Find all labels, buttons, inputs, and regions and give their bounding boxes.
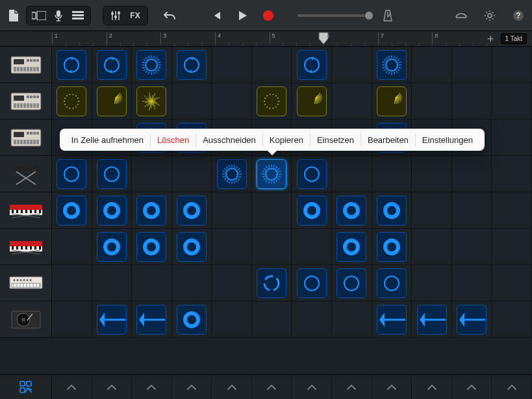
- settings-button[interactable]: [480, 6, 500, 25]
- grid-cell[interactable]: [412, 302, 452, 338]
- grid-cell[interactable]: [492, 265, 532, 302]
- grid-cell[interactable]: [372, 83, 412, 120]
- loop-pad[interactable]: [377, 50, 407, 80]
- grid-cell[interactable]: [372, 192, 412, 229]
- loop-pad[interactable]: [217, 159, 247, 189]
- grid-cell[interactable]: [52, 83, 92, 120]
- grid-cell[interactable]: [92, 47, 133, 83]
- grid-cell[interactable]: [372, 156, 412, 192]
- grid-cell[interactable]: [332, 265, 372, 302]
- grid-cell[interactable]: [52, 302, 92, 338]
- grid-cell[interactable]: [132, 265, 172, 302]
- help-button[interactable]: ?: [509, 6, 528, 25]
- grid-cell[interactable]: [492, 83, 532, 120]
- grid-cell[interactable]: [412, 265, 452, 302]
- grid-cell[interactable]: [92, 192, 133, 229]
- grid-cell[interactable]: [372, 302, 412, 338]
- loop-pad[interactable]: [97, 196, 127, 225]
- context-menu-item[interactable]: Einsetzen: [310, 135, 361, 145]
- loop-pad[interactable]: [377, 268, 407, 298]
- context-menu-item[interactable]: In Zelle aufnehmen: [65, 135, 150, 145]
- column-trigger[interactable]: [492, 375, 532, 399]
- go-to-start-button[interactable]: [209, 6, 223, 25]
- loop-pad[interactable]: [297, 86, 327, 116]
- metronome-button[interactable]: [381, 6, 395, 25]
- column-trigger[interactable]: [412, 375, 452, 399]
- grid-cell[interactable]: [212, 192, 252, 229]
- grid-cell[interactable]: [372, 265, 412, 302]
- my-songs-button[interactable]: [4, 6, 23, 25]
- grid-cell[interactable]: [372, 47, 412, 83]
- track-header-drum-machine-2[interactable]: [0, 83, 52, 120]
- grid-cell[interactable]: [172, 83, 212, 120]
- loop-pad[interactable]: [136, 196, 166, 225]
- volume-thumb[interactable]: [364, 11, 374, 20]
- grid-cell[interactable]: [252, 229, 292, 265]
- grid-cell[interactable]: [132, 192, 172, 229]
- context-menu-item[interactable]: Einstellungen: [416, 135, 479, 145]
- loop-pad[interactable]: [97, 305, 127, 335]
- loop-pad[interactable]: [57, 86, 86, 116]
- mic-button[interactable]: [49, 6, 68, 25]
- column-trigger[interactable]: [372, 375, 412, 399]
- column-trigger[interactable]: [212, 375, 252, 399]
- loop-pad[interactable]: [336, 232, 366, 262]
- loop-pad[interactable]: [177, 50, 207, 80]
- grid-mode-button[interactable]: [0, 375, 52, 399]
- zoom-label[interactable]: 1 Takt: [501, 33, 527, 44]
- grid-cell[interactable]: [292, 156, 332, 192]
- grid-cell[interactable]: [492, 229, 532, 265]
- column-trigger[interactable]: [132, 375, 172, 399]
- grid-cell[interactable]: [292, 192, 332, 229]
- track-header-turntable[interactable]: [0, 302, 52, 338]
- grid-cell[interactable]: [412, 83, 452, 120]
- loop-pad[interactable]: [57, 50, 86, 80]
- track-header-red-keyboard-2[interactable]: [0, 229, 52, 265]
- grid-cell[interactable]: [412, 192, 452, 229]
- loop-pad[interactable]: [136, 305, 166, 335]
- grid-cell[interactable]: [412, 229, 452, 265]
- loop-pad[interactable]: [336, 196, 366, 225]
- context-menu-item[interactable]: Kopieren: [263, 135, 310, 145]
- grid-cell[interactable]: [492, 47, 532, 83]
- undo-button[interactable]: [160, 6, 179, 25]
- grid-cell[interactable]: [252, 192, 292, 229]
- play-button[interactable]: [235, 6, 249, 25]
- track-header-keyboard-stand[interactable]: [0, 156, 52, 192]
- loop-pad[interactable]: [457, 305, 487, 335]
- grid-cell[interactable]: [212, 83, 252, 120]
- grid-cell[interactable]: [452, 192, 492, 229]
- grid-cell[interactable]: [212, 156, 252, 192]
- loop-pad[interactable]: [136, 232, 166, 262]
- grid-cell[interactable]: [52, 156, 92, 192]
- loop-pad[interactable]: [377, 305, 407, 335]
- grid-cell[interactable]: [452, 83, 492, 120]
- grid-cell[interactable]: [132, 83, 172, 120]
- grid-cell[interactable]: [212, 302, 252, 338]
- grid-cell[interactable]: [172, 192, 212, 229]
- column-trigger[interactable]: [92, 375, 133, 399]
- loop-pad[interactable]: [297, 50, 327, 80]
- track-header-red-keyboard-1[interactable]: [0, 192, 52, 229]
- grid-cell[interactable]: [492, 192, 532, 229]
- loop-pad[interactable]: [177, 196, 207, 225]
- loop-pad[interactable]: [297, 159, 327, 189]
- grid-cell[interactable]: [332, 229, 372, 265]
- grid-cell[interactable]: [52, 47, 92, 83]
- grid-cell[interactable]: [132, 229, 172, 265]
- loop-pad[interactable]: [177, 232, 207, 262]
- grid-cell[interactable]: [292, 265, 332, 302]
- loop-pad[interactable]: [336, 268, 366, 298]
- grid-cell[interactable]: [452, 229, 492, 265]
- grid-cell[interactable]: [492, 120, 532, 156]
- grid-cell[interactable]: [252, 83, 292, 120]
- instrument-browser-button[interactable]: [29, 6, 49, 25]
- track-header-drum-machine-1[interactable]: [0, 47, 52, 83]
- column-trigger[interactable]: [172, 375, 212, 399]
- loop-pad[interactable]: [177, 305, 207, 335]
- grid-cell[interactable]: [332, 156, 372, 192]
- grid-cell[interactable]: [132, 156, 172, 192]
- loop-pad[interactable]: [57, 159, 86, 189]
- grid-cell[interactable]: [172, 229, 212, 265]
- loop-pad[interactable]: [136, 50, 166, 80]
